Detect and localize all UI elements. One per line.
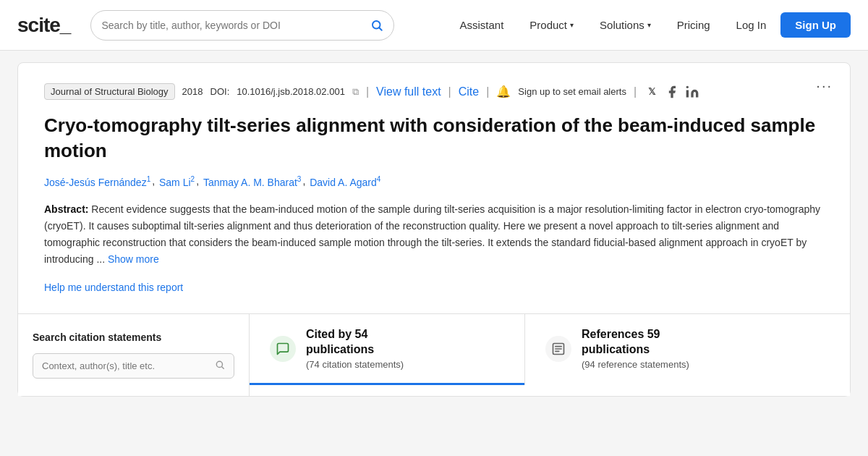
cited-by-label-group: Cited by 54 publications (74 citation st… bbox=[306, 327, 404, 370]
doi-label: DOI: bbox=[210, 86, 230, 97]
more-options-button[interactable]: ··· bbox=[816, 77, 833, 94]
facebook-icon[interactable] bbox=[664, 84, 680, 100]
cited-by-tab[interactable]: Cited by 54 publications (74 citation st… bbox=[250, 314, 524, 385]
year-label: 2018 bbox=[182, 86, 203, 97]
paper-authors: José-Jesús Fernández1, Sam Li2, Tanmay A… bbox=[44, 175, 824, 188]
cited-by-sublabel: (74 citation statements) bbox=[306, 359, 404, 370]
main-nav: Assistant Product ▾ Solutions ▾ Pricing … bbox=[448, 12, 851, 38]
signup-button[interactable]: Sign Up bbox=[780, 12, 851, 38]
references-label: References 59 publications bbox=[582, 327, 689, 358]
references-tab[interactable]: References 59 publications (94 reference… bbox=[525, 314, 800, 385]
references-sublabel: (94 reference statements) bbox=[582, 359, 689, 370]
view-full-text-link[interactable]: View full text bbox=[376, 85, 441, 98]
linkedin-icon[interactable] bbox=[684, 84, 700, 100]
alert-signup-text[interactable]: Sign up to set email alerts bbox=[518, 86, 626, 97]
logo[interactable]: scite_ bbox=[17, 14, 70, 37]
show-more-link[interactable]: Show more bbox=[108, 253, 159, 265]
abstract-text: Abstract: Recent evidence suggests that … bbox=[44, 201, 824, 268]
doi-value: 10.1016/j.jsb.2018.02.001 bbox=[237, 86, 345, 97]
copy-icon[interactable]: ⧉ bbox=[352, 86, 359, 98]
svg-line-4 bbox=[222, 367, 224, 369]
nav-product[interactable]: Product ▾ bbox=[518, 13, 585, 37]
nav-solutions[interactable]: Solutions ▾ bbox=[588, 13, 663, 37]
social-icons: 𝕏 bbox=[644, 84, 700, 100]
author-3[interactable]: Tanmay A. M. Bharat3 bbox=[203, 175, 302, 188]
author-4[interactable]: David A. Agard4 bbox=[310, 175, 380, 188]
references-icon bbox=[545, 336, 571, 362]
header: scite_ Assistant Product ▾ Solutions ▾ P… bbox=[0, 0, 868, 51]
abstract-label: Abstract: bbox=[44, 203, 88, 215]
citation-search-input-wrap bbox=[33, 353, 234, 379]
cited-by-icon bbox=[270, 336, 296, 362]
paper-title: Cryo-tomography tilt-series alignment wi… bbox=[44, 113, 824, 164]
citation-search-title: Search citation statements bbox=[33, 332, 234, 343]
search-input[interactable] bbox=[101, 20, 370, 31]
author-2[interactable]: Sam Li2 bbox=[159, 175, 195, 188]
journal-badge: Journal of Structural Biology bbox=[44, 83, 175, 100]
svg-point-2 bbox=[686, 85, 689, 88]
svg-line-1 bbox=[380, 28, 382, 30]
bottom-section: Search citation statements bbox=[18, 313, 850, 396]
citation-search-icon bbox=[215, 360, 225, 372]
product-chevron-icon: ▾ bbox=[570, 21, 574, 29]
paper-detail-card: ··· Journal of Structural Biology 2018 D… bbox=[17, 62, 851, 397]
tabs-panel: Cited by 54 publications (74 citation st… bbox=[250, 314, 850, 396]
references-label-group: References 59 publications (94 reference… bbox=[582, 327, 689, 370]
twitter-icon[interactable]: 𝕏 bbox=[644, 84, 660, 100]
tabs-row: Cited by 54 publications (74 citation st… bbox=[250, 314, 850, 385]
cite-link[interactable]: Cite bbox=[459, 85, 479, 98]
citation-search-input[interactable] bbox=[42, 360, 209, 371]
logo-text: scite_ bbox=[17, 14, 70, 36]
citation-search-panel: Search citation statements bbox=[18, 314, 250, 396]
nav-pricing[interactable]: Pricing bbox=[665, 13, 722, 37]
bell-icon: 🔔 bbox=[496, 85, 511, 98]
author-1[interactable]: José-Jesús Fernández1 bbox=[44, 175, 150, 188]
paper-meta-row: Journal of Structural Biology 2018 DOI: … bbox=[44, 83, 824, 100]
cited-by-label: Cited by 54 publications bbox=[306, 327, 404, 358]
search-submit-button[interactable] bbox=[370, 19, 383, 32]
help-understand-link[interactable]: Help me understand this report bbox=[44, 282, 183, 293]
abstract-body: Recent evidence suggests that the beam-i… bbox=[44, 203, 820, 265]
solutions-chevron-icon: ▾ bbox=[647, 21, 651, 29]
nav-assistant[interactable]: Assistant bbox=[448, 13, 515, 37]
search-bar bbox=[90, 10, 394, 41]
login-button[interactable]: Log In bbox=[725, 13, 778, 37]
